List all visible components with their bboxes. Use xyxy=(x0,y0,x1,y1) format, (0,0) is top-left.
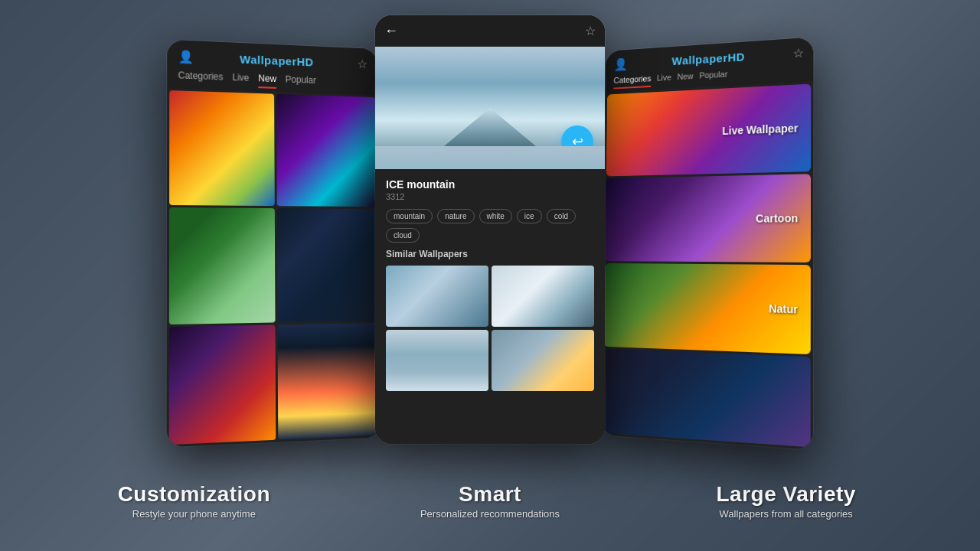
caption-title-3: Large Variety xyxy=(638,482,934,507)
tag-mountain[interactable]: mountain xyxy=(386,209,433,223)
similar-cell-3[interactable] xyxy=(386,330,488,391)
phone-center: ← ☆ ↩ ICE mountain 3312 mountain nature xyxy=(375,15,605,444)
category-cartoon[interactable]: Cartoon xyxy=(605,174,811,262)
phone-center-screen: ← ☆ ↩ ICE mountain 3312 mountain nature xyxy=(375,15,605,444)
tag-cloud[interactable]: cloud xyxy=(386,228,420,243)
phone-right-screen: 👤 WallpaperHD ☆ Categories Live New Popu… xyxy=(601,37,814,449)
similar-cell-1[interactable] xyxy=(386,266,488,327)
user-icon[interactable]: 👤 xyxy=(178,49,194,64)
main-container: 👤 WallpaperHD ☆ Categories Live New Popu… xyxy=(0,0,980,551)
caption-sub-3: Wallpapers from all categories xyxy=(638,508,934,520)
category-live[interactable]: Live Wallpaper xyxy=(606,84,812,177)
caption-title-2: Smart xyxy=(342,482,639,507)
center-info: ICE mountain 3312 mountain nature white … xyxy=(375,169,605,397)
similar-cell-4[interactable] xyxy=(492,330,594,391)
categories-grid: Live Wallpaper Cartoon Natur xyxy=(601,81,814,449)
category-cartoon-label: Cartoon xyxy=(756,212,798,225)
wallpaper-number: 3312 xyxy=(386,192,594,201)
right-nav-new[interactable]: New xyxy=(677,71,693,86)
tag-white[interactable]: white xyxy=(479,209,512,223)
wallpaper-preview[interactable]: ↩ xyxy=(375,47,605,169)
category-other[interactable] xyxy=(603,349,810,448)
wallpaper-cell-4[interactable] xyxy=(276,208,377,322)
tags-row: mountain nature white ice cold cloud xyxy=(386,209,594,243)
caption-title-1: Customization xyxy=(46,482,342,507)
similar-wallpapers-title: Similar Wallpapers xyxy=(386,249,594,259)
similar-grid xyxy=(386,266,594,391)
right-nav-live[interactable]: Live xyxy=(657,73,671,86)
user-icon-right[interactable]: 👤 xyxy=(614,57,628,71)
caption-variety: Large Variety Wallpapers from all catego… xyxy=(638,482,934,520)
phone-left: 👤 WallpaperHD ☆ Categories Live New Popu… xyxy=(167,40,382,448)
phones-row: 👤 WallpaperHD ☆ Categories Live New Popu… xyxy=(0,0,980,474)
wallpaper-name: ICE mountain xyxy=(386,178,594,191)
set-icon: ↩ xyxy=(572,133,583,150)
app-title-right: WallpaperHD xyxy=(671,50,745,67)
wallpaper-cell-5[interactable] xyxy=(169,324,276,445)
star-icon-left[interactable]: ☆ xyxy=(357,57,367,71)
right-nav-popular[interactable]: Popular xyxy=(699,70,727,85)
back-button[interactable]: ← xyxy=(384,23,398,39)
nav-live[interactable]: Live xyxy=(232,72,249,88)
phone-left-screen: 👤 WallpaperHD ☆ Categories Live New Popu… xyxy=(167,40,382,448)
caption-sub-1: Restyle your phone anytime xyxy=(46,508,342,520)
similar-cell-2[interactable] xyxy=(492,266,594,327)
app-title-left: WallpaperHD xyxy=(240,53,313,69)
wallpaper-cell-2[interactable] xyxy=(276,94,377,207)
star-icon-right[interactable]: ☆ xyxy=(792,45,803,60)
left-top-row: 👤 WallpaperHD ☆ xyxy=(178,49,368,71)
tag-ice[interactable]: ice xyxy=(517,209,542,223)
set-wallpaper-button[interactable]: ↩ xyxy=(561,126,593,158)
category-nature-label: Natur xyxy=(769,302,798,315)
caption-customization: Customization Restyle your phone anytime xyxy=(46,482,342,520)
nav-categories[interactable]: Categories xyxy=(178,70,224,86)
category-nature[interactable]: Natur xyxy=(604,263,811,354)
nav-popular[interactable]: Popular xyxy=(286,74,316,90)
wallpaper-grid xyxy=(167,88,382,447)
nav-new[interactable]: New xyxy=(258,73,276,89)
center-header: ← ☆ xyxy=(375,15,605,47)
right-nav-categories[interactable]: Categories xyxy=(613,73,651,89)
captions-row: Customization Restyle your phone anytime… xyxy=(0,474,980,551)
tag-nature[interactable]: nature xyxy=(437,209,474,223)
wallpaper-cell-1[interactable] xyxy=(169,90,274,206)
tag-cold[interactable]: cold xyxy=(547,209,576,223)
star-icon-center[interactable]: ☆ xyxy=(585,24,596,38)
wallpaper-cell-6[interactable] xyxy=(277,323,379,440)
caption-sub-2: Personalized recommendations xyxy=(342,508,639,520)
left-header: 👤 WallpaperHD ☆ Categories Live New Popu… xyxy=(167,40,377,96)
category-live-label: Live Wallpaper xyxy=(722,122,798,137)
caption-smart: Smart Personalized recommendations xyxy=(342,482,639,520)
phone-right: 👤 WallpaperHD ☆ Categories Live New Popu… xyxy=(601,37,814,449)
wallpaper-cell-3[interactable] xyxy=(169,207,275,324)
